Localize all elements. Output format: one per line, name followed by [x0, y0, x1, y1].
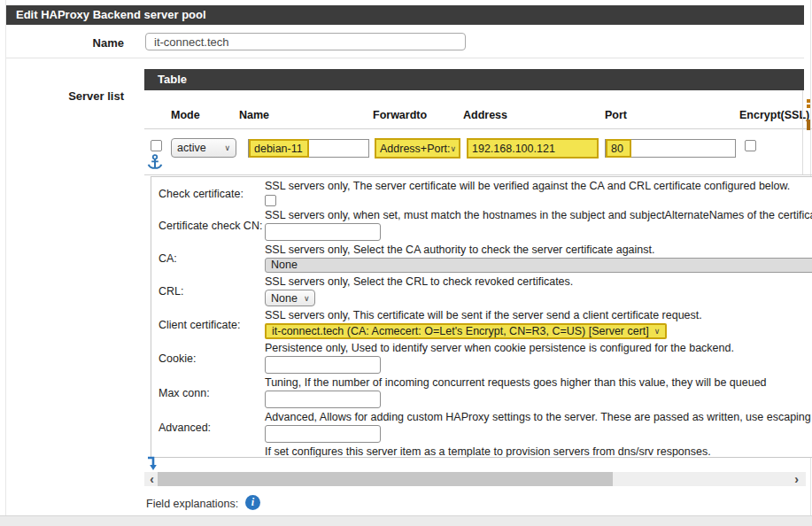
max-conn-input[interactable] [265, 391, 381, 408]
server-detail-panel: Check certificate: SSL servers only, The… [151, 176, 812, 458]
column-header-encrypt: Encrypt(SSL) [739, 109, 809, 121]
horizontal-scrollbar[interactable]: ‹ › [144, 472, 806, 486]
name-field-label: Name [0, 36, 124, 50]
highlight-server-name: debian-11 [249, 139, 309, 158]
field-description: If set configures this server item as a … [265, 445, 812, 458]
check-certificate-checkbox[interactable] [265, 195, 276, 206]
field-label: Certificate check CN: [151, 208, 265, 243]
field-row-crl: CRL: SSL servers only, Select the CRL to… [151, 275, 812, 308]
client-certificate-value: it-connect.tech (CA: Acmecert: O=Let's E… [272, 325, 649, 337]
client-certificate-select[interactable]: it-connect.tech (CA: Acmecert: O=Let's E… [265, 323, 667, 339]
advanced-input[interactable] [265, 425, 381, 443]
field-row-ca: CA: SSL servers only, Select the CA auth… [151, 243, 812, 275]
column-header-address: Address [463, 109, 507, 121]
field-description: Persistence only, Used to identify serve… [265, 342, 812, 355]
server-name-input[interactable]: debian-11 [248, 139, 369, 158]
page-left-border [5, 0, 6, 515]
field-row-check-certificate: Check certificate: SSL servers only, The… [151, 179, 812, 208]
field-explanations-label: Field explanations: [146, 498, 238, 510]
field-label: CA: [151, 243, 265, 275]
server-list-label: Server list [0, 89, 124, 103]
field-label: Check certificate: [151, 179, 265, 208]
ca-select[interactable]: None [265, 258, 812, 273]
table-title: Table [144, 69, 804, 90]
field-row-dns-template-count: DNS template count: If set configures th… [151, 445, 812, 458]
column-header-forwardto: Forwardto [373, 109, 427, 121]
server-table: Table Mode Name Forwardto Address Port E… [144, 69, 812, 486]
scroll-right-icon[interactable]: › [791, 472, 802, 486]
field-description: Tuning, If the number of incoming concur… [265, 376, 812, 390]
address-input[interactable]: 192.168.100.121 [467, 138, 599, 159]
mode-select-value: active [177, 142, 206, 154]
forwardto-select[interactable]: Address+Port: ∨ [375, 138, 460, 159]
field-description: SSL servers only, when set, must match t… [265, 209, 812, 222]
page-bottom-strip [0, 515, 812, 526]
field-description: SSL servers only, This certificate will … [265, 309, 812, 322]
field-row-client-certificate: Client certificate: SSL servers only, Th… [151, 308, 812, 341]
field-label: Client certificate: [151, 308, 265, 341]
section-divider [6, 58, 804, 58]
field-row-cookie: Cookie: Persistence only, Used to identi… [151, 341, 812, 375]
field-row-certificate-check-cn: Certificate check CN: SSL servers only, … [151, 208, 812, 243]
forwardto-select-value: Address+Port: [380, 143, 451, 155]
chevron-down-icon: ∨ [224, 143, 230, 152]
clipped-column-fragment [807, 99, 810, 103]
chevron-down-icon: ∨ [654, 327, 661, 336]
field-label: Max conn: [151, 375, 265, 410]
move-down-icon[interactable] [145, 456, 159, 471]
field-label: DNS template count: [151, 445, 265, 458]
highlight-port: 80 [606, 139, 631, 158]
field-label: Cookie: [151, 341, 265, 375]
field-row-max-conn: Max conn: Tuning, If the number of incom… [151, 375, 812, 410]
clipped-column-divider [802, 90, 803, 174]
clipped-column-fragment [807, 104, 810, 108]
cookie-input[interactable] [265, 356, 381, 374]
info-icon[interactable]: i [245, 495, 260, 510]
page-title: Edit HAProxy Backend server pool [6, 5, 804, 25]
chevron-down-icon: ∨ [451, 144, 457, 153]
field-row-advanced: Advanced: Advanced, Allows for adding cu… [151, 410, 812, 445]
server-row-divider [144, 174, 812, 175]
column-header-port: Port [605, 109, 627, 121]
field-description: SSL servers only, Select the CA authorit… [265, 244, 812, 257]
scroll-left-icon[interactable]: ‹ [146, 472, 158, 486]
row-select-checkbox[interactable] [151, 140, 162, 151]
field-label: Advanced: [151, 410, 265, 445]
clipped-column-fragment [807, 120, 810, 130]
encrypt-ssl-checkbox[interactable] [745, 140, 756, 151]
crl-select[interactable]: None ∨ [265, 290, 315, 306]
column-header-mode: Mode [171, 109, 200, 121]
anchor-icon[interactable] [147, 154, 165, 172]
crl-select-value: None [271, 292, 298, 305]
highlight-address: 192.168.100.121 [472, 143, 555, 155]
scrollbar-thumb[interactable] [158, 472, 613, 486]
field-description: SSL servers only, The server certificate… [265, 180, 812, 193]
field-description: Advanced, Allows for adding custom HAPro… [265, 411, 812, 424]
field-description: SSL servers only, Select the CRL to chec… [265, 275, 812, 289]
column-header-name: Name [239, 109, 269, 121]
certificate-check-cn-input[interactable] [265, 223, 381, 241]
chevron-down-icon: ∨ [304, 294, 310, 303]
name-input[interactable] [145, 33, 466, 50]
field-label: CRL: [151, 275, 265, 308]
port-input[interactable]: 80 [605, 139, 736, 158]
mode-select[interactable]: active ∨ [171, 138, 236, 158]
header-row-divider [144, 128, 812, 129]
